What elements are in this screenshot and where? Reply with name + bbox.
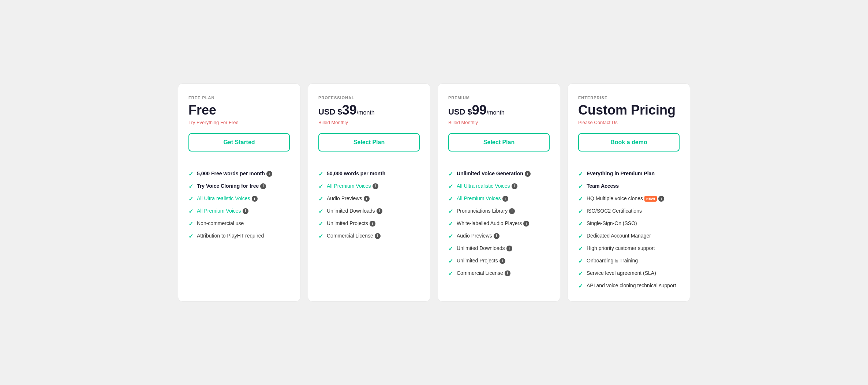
plan-divider-professional	[318, 162, 420, 162]
list-item: ✓Audio Previewsi	[448, 232, 550, 240]
info-icon[interactable]: i	[523, 221, 529, 227]
check-icon: ✓	[578, 245, 583, 252]
feature-link[interactable]: All Premium Voices	[197, 208, 241, 214]
info-icon[interactable]: i	[500, 258, 505, 264]
info-icon[interactable]: i	[506, 246, 512, 251]
plan-card-premium: PREMIUMUSD $99/monthBilled MonthlySelect…	[438, 83, 560, 302]
feature-text: Everything in Premium Plan	[587, 170, 655, 177]
info-icon[interactable]: i	[373, 183, 378, 189]
new-badge: NEW!	[644, 196, 657, 202]
info-icon[interactable]: i	[370, 221, 375, 227]
feature-list-enterprise: ✓Everything in Premium Plan✓Team Access✓…	[578, 170, 680, 289]
info-icon[interactable]: i	[375, 233, 381, 239]
info-icon[interactable]: i	[502, 196, 508, 202]
feature-text: Audio Previewsi	[327, 195, 370, 202]
info-icon[interactable]: i	[260, 183, 266, 189]
feature-text: 50,000 words per month	[327, 170, 385, 177]
info-icon[interactable]: i	[243, 208, 248, 214]
plan-subtitle-enterprise: Please Contact Us	[578, 120, 680, 125]
feature-text: Unlimited Projectsi	[457, 257, 505, 265]
list-item: ✓High priority customer support	[578, 245, 680, 252]
info-icon[interactable]: i	[658, 196, 664, 202]
check-icon: ✓	[578, 171, 583, 177]
list-item: ✓Unlimited Projectsi	[448, 257, 550, 265]
feature-text: All Premium Voicesi	[457, 195, 508, 202]
plan-cta-free[interactable]: Get Started	[188, 133, 290, 152]
list-item: ✓All Ultra realistic Voicesi	[188, 195, 290, 202]
check-icon: ✓	[318, 208, 323, 215]
feature-text: Unlimited Voice Generationi	[457, 170, 531, 177]
feature-link[interactable]: All Ultra realistic Voices	[457, 183, 510, 189]
list-item: ✓Commercial Licensei	[448, 270, 550, 277]
feature-text: White-labelled Audio Playersi	[457, 220, 529, 227]
feature-text: 5,000 Free words per monthi	[197, 170, 272, 177]
list-item: ✓Single-Sign-On (SSO)	[578, 220, 680, 227]
info-icon[interactable]: i	[364, 196, 370, 202]
check-icon: ✓	[448, 171, 453, 177]
check-icon: ✓	[448, 245, 453, 252]
list-item: ✓Attribution to PlayHT required	[188, 232, 290, 240]
check-icon: ✓	[448, 233, 453, 240]
feature-link[interactable]: All Premium Voices	[457, 195, 501, 201]
plan-divider-premium	[448, 162, 550, 162]
pricing-grid: FREE PLANFreeTry Everything For FreeGet …	[178, 83, 690, 302]
info-icon[interactable]: i	[266, 171, 272, 177]
check-icon: ✓	[578, 220, 583, 227]
feature-text: Unlimited Downloadsi	[327, 208, 382, 215]
feature-text: All Ultra realistic Voicesi	[457, 183, 517, 190]
list-item: ✓White-labelled Audio Playersi	[448, 220, 550, 227]
plan-cta-enterprise[interactable]: Book a demo	[578, 133, 680, 152]
info-icon[interactable]: i	[512, 183, 517, 189]
list-item: ✓50,000 words per month	[318, 170, 420, 177]
check-icon: ✓	[188, 183, 193, 190]
plan-cta-professional[interactable]: Select Plan	[318, 133, 420, 152]
feature-text: Team Access	[587, 183, 619, 190]
feature-text: Commercial Licensei	[327, 232, 381, 240]
feature-text: ISO/SOC2 Certifications	[587, 208, 642, 215]
check-icon: ✓	[578, 208, 583, 215]
info-icon[interactable]: i	[377, 208, 382, 214]
feature-text: Attribution to PlayHT required	[197, 232, 264, 240]
list-item: ✓Unlimited Downloadsi	[448, 245, 550, 252]
plan-subtitle-free: Try Everything For Free	[188, 120, 290, 125]
feature-link[interactable]: All Ultra realistic Voices	[197, 195, 250, 201]
check-icon: ✓	[578, 183, 583, 190]
info-icon[interactable]: i	[252, 196, 258, 202]
info-icon[interactable]: i	[505, 270, 510, 276]
feature-list-professional: ✓50,000 words per month✓All Premium Voic…	[318, 170, 420, 240]
feature-list-free: ✓5,000 Free words per monthi✓Try Voice C…	[188, 170, 290, 240]
feature-list-premium: ✓Unlimited Voice Generationi✓All Ultra r…	[448, 170, 550, 277]
plan-divider-free	[188, 162, 290, 162]
feature-link[interactable]: All Premium Voices	[327, 183, 371, 189]
check-icon: ✓	[188, 195, 193, 202]
list-item: ✓Unlimited Downloadsi	[318, 208, 420, 215]
feature-text: All Ultra realistic Voicesi	[197, 195, 258, 202]
info-icon[interactable]: i	[525, 171, 531, 177]
plan-divider-enterprise	[578, 162, 680, 162]
check-icon: ✓	[318, 183, 323, 190]
list-item: ✓Commercial Licensei	[318, 232, 420, 240]
feature-text: Non-commercial use	[197, 220, 244, 227]
list-item: ✓All Ultra realistic Voicesi	[448, 183, 550, 190]
check-icon: ✓	[448, 258, 453, 265]
check-icon: ✓	[578, 258, 583, 265]
info-icon[interactable]: i	[509, 208, 515, 214]
plan-card-free: FREE PLANFreeTry Everything For FreeGet …	[178, 83, 300, 302]
feature-text: Service level agreement (SLA)	[587, 270, 656, 277]
list-item: ✓All Premium Voicesi	[188, 208, 290, 215]
plan-cta-premium[interactable]: Select Plan	[448, 133, 550, 152]
check-icon: ✓	[578, 195, 583, 202]
check-icon: ✓	[578, 283, 583, 289]
feature-text: Pronunciations Libraryi	[457, 208, 515, 215]
info-icon[interactable]: i	[494, 233, 500, 239]
plan-name-premium: USD $99/month	[448, 103, 550, 117]
plan-subtitle-premium: Billed Monthly	[448, 120, 550, 125]
check-icon: ✓	[318, 195, 323, 202]
list-item: ✓Unlimited Voice Generationi	[448, 170, 550, 177]
feature-text: Dedicated Account Manager	[587, 232, 651, 240]
check-icon: ✓	[448, 195, 453, 202]
check-icon: ✓	[318, 220, 323, 227]
list-item: ✓5,000 Free words per monthi	[188, 170, 290, 177]
feature-text: Single-Sign-On (SSO)	[587, 220, 637, 227]
plan-name-enterprise: Custom Pricing	[578, 103, 680, 117]
